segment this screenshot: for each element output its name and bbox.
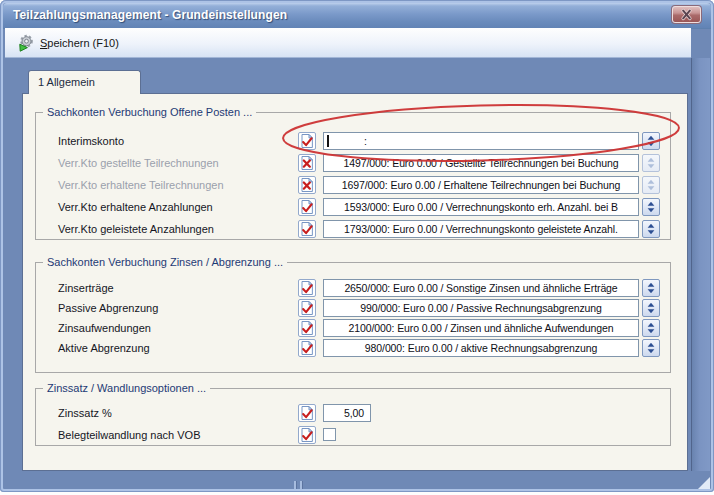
account-field[interactable]: 1497/000: Euro 0.00 / Gestellte Teilrech… xyxy=(323,154,639,172)
spinner-button[interactable] xyxy=(642,132,660,150)
group-zinssatz-wandlung: Zinssatz / Wandlungsoptionen ... Zinssat… xyxy=(35,388,671,446)
dialog-window: Teilzahlungsmanagement - Grundeinstellun… xyxy=(0,0,714,492)
group-zinsen-abgrenzung: Sachkonten Verbuchung Zinsen / Abgrenzun… xyxy=(35,262,671,373)
spinner-button[interactable] xyxy=(642,279,660,297)
up-down-arrows-icon xyxy=(643,199,659,215)
tab-allgemein[interactable]: 1 Allgemein xyxy=(28,70,141,94)
close-icon xyxy=(679,8,694,21)
row-erhaltene-teilrechnungen: Verr.Kto erhaltene Teilrechnungen 1697/0… xyxy=(36,176,670,194)
right-scrollbar-track[interactable] xyxy=(691,58,710,471)
up-down-arrows-icon xyxy=(643,133,659,149)
up-down-arrows-icon xyxy=(643,177,659,193)
row-zinsaufwendungen: Zinsaufwendungen 2100/000: Euro 0.00 / Z… xyxy=(36,319,670,337)
field-label: Verr.Kto geleistete Anzahlungen xyxy=(58,223,214,235)
text-caret xyxy=(327,135,329,147)
field-label: Zinserträge xyxy=(58,282,114,294)
row-passive-abgrenzung: Passive Abgrenzung 990/000: Euro 0.00 / … xyxy=(36,299,670,317)
row-belegteilwandlung: Belegteilwandlung nach VOB xyxy=(36,426,670,444)
check-icon[interactable] xyxy=(298,319,316,337)
vob-checkbox[interactable] xyxy=(323,428,336,441)
save-button[interactable]: Speichern (F10) xyxy=(10,31,126,55)
resize-grip[interactable] xyxy=(698,477,710,489)
field-label: Belegteilwandlung nach VOB xyxy=(58,429,200,441)
field-value: : xyxy=(324,135,367,147)
interimskonto-field[interactable]: : xyxy=(323,132,639,150)
field-value: 1497/000: Euro 0.00 / Gestellte Teilrech… xyxy=(344,157,619,169)
field-label: Aktive Abgrenzung xyxy=(58,342,150,354)
check-icon[interactable] xyxy=(298,404,316,422)
account-field[interactable]: 2650/000: Euro 0.00 / Sonstige Zinsen un… xyxy=(323,279,639,297)
row-zinsertraege: Zinserträge 2650/000: Euro 0.00 / Sonsti… xyxy=(36,279,670,297)
spinner-button[interactable] xyxy=(642,299,660,317)
field-label: Verr.Kto erhaltene Teilrechnungen xyxy=(58,179,224,191)
toolbar: Speichern (F10) xyxy=(5,28,691,58)
spinner-button[interactable] xyxy=(642,339,660,357)
cross-icon[interactable] xyxy=(298,176,316,194)
up-down-arrows-icon xyxy=(643,320,659,336)
account-field[interactable]: 1697/000: Euro 0.00 / Erhaltene Teilrech… xyxy=(323,176,639,194)
check-icon[interactable] xyxy=(298,132,316,150)
tab-label: 1 Allgemein xyxy=(38,76,95,88)
content-panel: Sachkonten Verbuchung Offene Posten ... … xyxy=(22,93,688,471)
account-field[interactable]: 990/000: Euro 0.00 / Passive Rechnungsab… xyxy=(323,299,639,317)
row-aktive-abgrenzung: Aktive Abgrenzung 980/000: Euro 0.00 / a… xyxy=(36,339,670,357)
desktop-background: Teilzahlungsmanagement - Grundeinstellun… xyxy=(0,0,714,495)
field-value: 2650/000: Euro 0.00 / Sonstige Zinsen un… xyxy=(344,282,617,294)
field-value: 1793/000: Euro 0.00 / Verrechnungskonto … xyxy=(344,223,618,235)
close-button[interactable] xyxy=(672,6,701,23)
up-down-arrows-icon xyxy=(643,280,659,296)
check-icon[interactable] xyxy=(298,279,316,297)
row-gestellte-teilrechnungen: Verr.Kto gestellte Teilrechnungen 1497/0… xyxy=(36,154,670,172)
group-title: Zinssatz / Wandlungsoptionen ... xyxy=(43,381,210,395)
field-value: 1697/000: Euro 0.00 / Erhaltene Teilrech… xyxy=(342,179,620,191)
check-icon[interactable] xyxy=(298,299,316,317)
up-down-arrows-icon xyxy=(643,340,659,356)
up-down-arrows-icon xyxy=(643,300,659,316)
field-label: Zinssatz % xyxy=(58,407,112,419)
row-geleistete-anzahlungen: Verr.Kto geleistete Anzahlungen 1793/000… xyxy=(36,220,670,238)
account-field[interactable]: 1793/000: Euro 0.00 / Verrechnungskonto … xyxy=(323,220,639,238)
row-erhaltene-anzahlungen: Verr.Kto erhaltene Anzahlungen 1593/000:… xyxy=(36,198,670,216)
row-interimskonto: Interimskonto : xyxy=(36,132,670,150)
check-icon[interactable] xyxy=(298,426,316,444)
zinssatz-field[interactable]: 5,00 xyxy=(323,404,371,422)
gear-save-icon xyxy=(17,34,35,52)
field-value: 990/000: Euro 0.00 / Passive Rechnungsab… xyxy=(360,302,602,314)
check-icon[interactable] xyxy=(298,339,316,357)
group-offene-posten: Sachkonten Verbuchung Offene Posten ... … xyxy=(35,112,671,240)
title-bar[interactable]: Teilzahlungsmanagement - Grundeinstellun… xyxy=(3,3,711,29)
field-label: Verr.Kto gestellte Teilrechnungen xyxy=(58,157,219,169)
check-icon[interactable] xyxy=(298,220,316,238)
field-label: Interimskonto xyxy=(58,135,124,147)
spinner-button[interactable] xyxy=(642,220,660,238)
cross-icon[interactable] xyxy=(298,154,316,172)
up-down-arrows-icon xyxy=(643,221,659,237)
field-value: 2100/000: Euro 0.00 / Zinsen und ähnlich… xyxy=(349,322,614,334)
field-value: 1593/000: Euro 0.00 / Verrechnungskonto … xyxy=(344,201,618,213)
field-value: 980/000: Euro 0.00 / aktive Rechnungsabg… xyxy=(365,342,597,354)
spinner-button[interactable] xyxy=(642,319,660,337)
field-label: Zinsaufwendungen xyxy=(58,322,151,334)
window-grip[interactable] xyxy=(294,481,302,489)
group-title: Sachkonten Verbuchung Offene Posten ... xyxy=(43,105,256,119)
spinner-button[interactable] xyxy=(642,154,660,172)
save-button-label: Speichern (F10) xyxy=(40,37,119,49)
account-field[interactable]: 1593/000: Euro 0.00 / Verrechnungskonto … xyxy=(323,198,639,216)
group-title: Sachkonten Verbuchung Zinsen / Abgrenzun… xyxy=(43,255,287,269)
spinner-button[interactable] xyxy=(642,176,660,194)
account-field[interactable]: 2100/000: Euro 0.00 / Zinsen und ähnlich… xyxy=(323,319,639,337)
field-label: Passive Abgrenzung xyxy=(58,302,158,314)
field-label: Verr.Kto erhaltene Anzahlungen xyxy=(58,201,213,213)
row-zinssatz: Zinssatz % 5,00 xyxy=(36,404,670,422)
window-title: Teilzahlungsmanagement - Grundeinstellun… xyxy=(13,8,287,22)
up-down-arrows-icon xyxy=(643,155,659,171)
check-icon[interactable] xyxy=(298,198,316,216)
account-field[interactable]: 980/000: Euro 0.00 / aktive Rechnungsabg… xyxy=(323,339,639,357)
field-value: 5,00 xyxy=(344,407,364,419)
spinner-button[interactable] xyxy=(642,198,660,216)
